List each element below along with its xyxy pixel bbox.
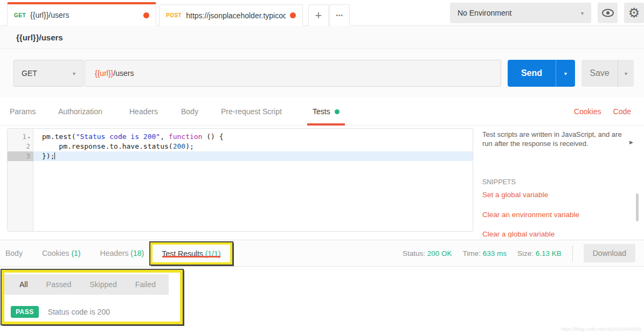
request-name: {{url}}/users xyxy=(16,33,63,42)
test-result-row: PASS Status code is 200 xyxy=(11,306,110,318)
line-number: 2 xyxy=(8,142,33,151)
tab-label: Cookies xyxy=(42,249,70,258)
ellipsis-icon: ••• xyxy=(336,12,343,18)
unsaved-indicator-dot xyxy=(290,12,296,18)
snippets-scrollbar[interactable] xyxy=(636,193,639,221)
environment-area: No Environment ▾ ⚙ xyxy=(450,3,644,23)
url-variable-segment: {{url}} xyxy=(95,69,113,78)
time-label: Time: xyxy=(463,249,481,258)
test-results-section: All Passed Skipped Failed PASS Status co… xyxy=(0,267,644,334)
text-cursor xyxy=(54,152,55,159)
tab-pre-request-script[interactable]: Pre-request Script xyxy=(221,98,282,126)
cookies-count: (1) xyxy=(71,249,80,258)
tab-label: Tests xyxy=(313,107,330,116)
gear-icon: ⚙ xyxy=(628,5,640,20)
chevron-down-icon: ▾ xyxy=(73,71,75,76)
method-dropdown[interactable]: GET ▾ xyxy=(13,60,84,87)
url-path-segment: /users xyxy=(113,69,134,78)
time-metric: Time: 633 ms xyxy=(463,249,507,258)
tab-authorization[interactable]: Authorization xyxy=(58,98,102,126)
size-metric: Size: 6.13 KB xyxy=(517,249,562,258)
test-results-highlight-annotation: Test Results (1/1) xyxy=(150,242,232,265)
tab-label: Body xyxy=(181,107,198,116)
response-tab-headers[interactable]: Headers (18) xyxy=(100,249,144,258)
tab-label: Authorization xyxy=(58,107,102,116)
snippet-clear-environment-variable[interactable]: Clear an environment variable xyxy=(482,211,579,219)
divider xyxy=(572,245,573,261)
snippet-clear-global-variable[interactable]: Clear a global variable xyxy=(482,230,555,238)
line-number: 3 xyxy=(8,151,33,161)
tab-label: Params xyxy=(10,107,36,116)
postman-app: GET {{url}}/users POST https://jsonplace… xyxy=(0,0,644,334)
code-text: pm.test("Status code is 200", function (… xyxy=(33,132,473,142)
test-result-name: Status code is 200 xyxy=(48,308,110,316)
tab-label: Headers xyxy=(100,249,129,258)
code-line[interactable]: 2 pm.response.to.have.status(200); xyxy=(8,142,473,151)
response-meta-bar: Body Cookies (1) Headers (18) Test Resul… xyxy=(0,240,644,267)
filter-failed[interactable]: Failed xyxy=(135,280,156,289)
new-tab-button[interactable]: + xyxy=(308,4,329,26)
more-tabs-button[interactable]: ••• xyxy=(329,4,350,26)
response-tab-cookies[interactable]: Cookies (1) xyxy=(42,249,81,258)
tab-label: Body xyxy=(5,249,23,258)
active-tab-underline xyxy=(162,256,221,258)
tab-params[interactable]: Params xyxy=(10,98,36,126)
download-button[interactable]: Download xyxy=(584,244,635,262)
method-selected-value: GET xyxy=(22,69,73,78)
filter-skipped[interactable]: Skipped xyxy=(89,280,117,289)
chevron-down-icon: ▾ xyxy=(564,71,567,76)
tests-active-dot-icon xyxy=(335,109,340,114)
settings-button[interactable]: ⚙ xyxy=(624,3,644,23)
time-value: 633 ms xyxy=(483,249,507,258)
status-metric: Status: 200 OK xyxy=(403,249,452,258)
save-button-label: Save xyxy=(581,68,618,78)
fold-arrow-icon[interactable]: ▾ xyxy=(27,135,30,140)
headers-count: (18) xyxy=(130,249,144,258)
tab-title: https://jsonplaceholder.typicod xyxy=(186,11,286,20)
snippets-heading: SNIPPETS xyxy=(482,178,516,186)
tab-label: Pre-request Script xyxy=(221,107,282,116)
send-button[interactable]: Send ▾ xyxy=(508,60,575,87)
filter-passed[interactable]: Passed xyxy=(46,280,72,289)
request-tab-post-jsonplaceholder[interactable]: POST https://jsonplaceholder.typicod xyxy=(159,4,303,26)
code-line[interactable]: 3}); xyxy=(8,151,473,161)
cookies-link[interactable]: Cookies xyxy=(574,107,601,116)
response-tabs: Body Cookies (1) Headers (18) xyxy=(5,240,144,266)
tab-headers[interactable]: Headers xyxy=(129,98,158,126)
url-builder-row: GET ▾ {{url}}/users Send ▾ Save ▾ xyxy=(0,49,644,98)
snippet-set-global-variable[interactable]: Set a global variable xyxy=(482,191,548,199)
code-lines: 1▾pm.test("Status code is 200", function… xyxy=(8,129,473,161)
status-label: Status: xyxy=(403,249,425,258)
tab-body[interactable]: Body xyxy=(181,98,198,126)
send-options-button[interactable]: ▾ xyxy=(556,60,575,87)
code-line[interactable]: 1▾pm.test("Status code is 200", function… xyxy=(8,132,473,142)
tab-tests[interactable]: Tests xyxy=(313,98,340,126)
collapse-panel-arrow-icon[interactable]: ▶ xyxy=(629,140,633,145)
tab-title: {{url}}/users xyxy=(30,11,139,19)
request-tab-get-users[interactable]: GET {{url}}/users xyxy=(7,2,156,26)
url-input[interactable]: {{url}}/users xyxy=(85,60,501,87)
environment-selector[interactable]: No Environment ▾ xyxy=(450,3,591,23)
test-script-editor[interactable]: 1▾pm.test("Status code is 200", function… xyxy=(7,128,473,232)
status-value: 200 OK xyxy=(427,249,452,258)
save-options-button[interactable]: ▾ xyxy=(618,60,634,87)
environment-quick-look-button[interactable] xyxy=(598,3,618,23)
chevron-down-icon: ▾ xyxy=(625,71,627,76)
filter-all[interactable]: All xyxy=(19,280,28,289)
request-name-row: {{url}}/users xyxy=(0,26,644,49)
response-tab-test-results[interactable]: Test Results (1/1) xyxy=(161,249,222,258)
size-value: 6.13 KB xyxy=(536,249,562,258)
chevron-down-icon: ▾ xyxy=(581,10,584,16)
save-button[interactable]: Save ▾ xyxy=(581,60,634,87)
test-results-filterbar: All Passed Skipped Failed xyxy=(4,274,169,295)
tests-help-panel: Test scripts are written in JavaScript, … xyxy=(482,130,640,238)
environment-selected-value: No Environment xyxy=(458,9,581,17)
pass-status-badge: PASS xyxy=(11,306,39,318)
tests-help-description: Test scripts are written in JavaScript, … xyxy=(482,130,624,148)
line-number: 1▾ xyxy=(8,132,33,142)
code-link[interactable]: Code xyxy=(613,107,631,116)
request-tab-bar: GET {{url}}/users POST https://jsonplace… xyxy=(0,0,644,26)
eye-icon xyxy=(602,9,614,17)
response-tab-body[interactable]: Body xyxy=(5,249,23,258)
tab-method-label: GET xyxy=(14,12,26,18)
